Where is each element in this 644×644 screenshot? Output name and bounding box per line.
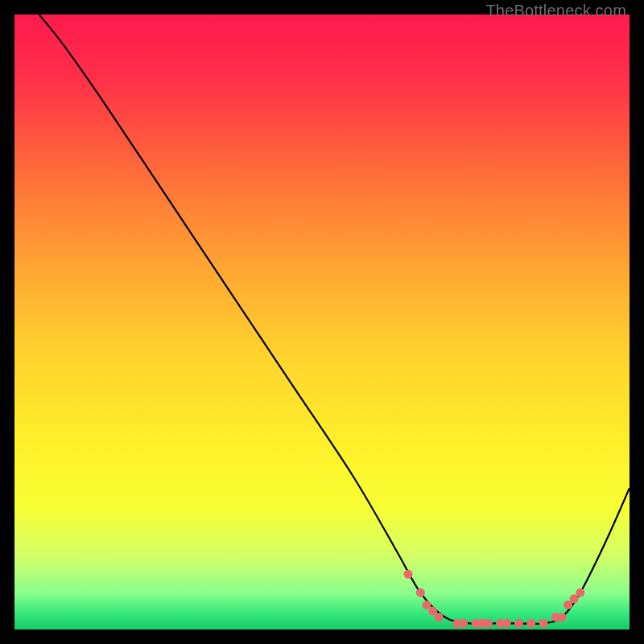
- watermark-text: TheBottleneck.com: [485, 2, 626, 20]
- data-marker: [435, 613, 444, 621]
- data-marker: [539, 619, 548, 628]
- data-marker: [403, 570, 412, 579]
- data-marker: [502, 619, 511, 628]
- data-marker: [484, 619, 493, 628]
- data-marker: [576, 588, 584, 597]
- data-marker: [416, 588, 425, 597]
- chart-frame: [14, 14, 630, 630]
- chart-svg: [14, 14, 630, 630]
- data-marker: [459, 619, 468, 628]
- data-marker: [557, 613, 566, 621]
- data-marker: [526, 619, 535, 628]
- data-marker: [514, 619, 523, 628]
